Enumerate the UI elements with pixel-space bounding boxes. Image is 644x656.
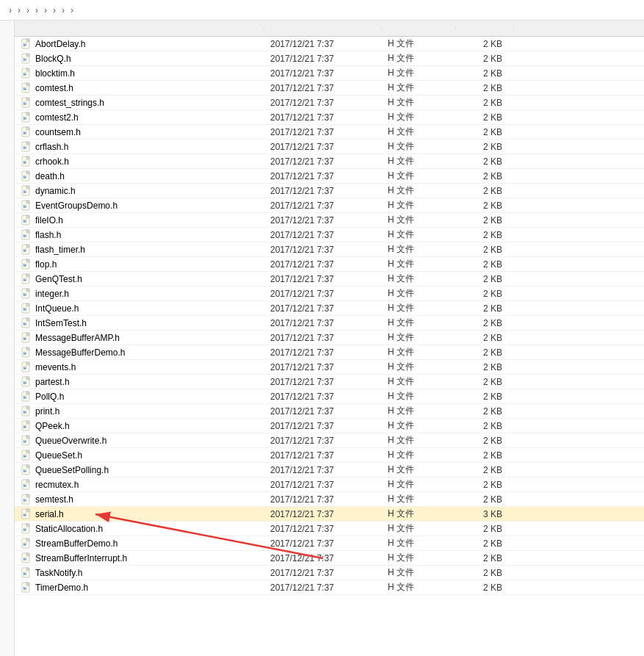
cell-name: H IntSemTest.h — [15, 317, 264, 329]
table-row[interactable]: H recmutex.h 2017/12/21 7:37 H 文件 2 KB — [15, 477, 644, 492]
table-row[interactable]: H semtest.h 2017/12/21 7:37 H 文件 2 KB — [15, 492, 644, 507]
table-row[interactable]: H BlockQ.h 2017/12/21 7:37 H 文件 2 KB — [15, 51, 644, 66]
table-row[interactable]: H GenQTest.h 2017/12/21 7:37 H 文件 2 KB — [15, 272, 644, 286]
cell-size: 2 KB — [455, 538, 514, 549]
table-row[interactable]: H StreamBufferDemo.h 2017/12/21 7:37 H 文… — [15, 536, 644, 551]
table-row[interactable]: H fileIO.h 2017/12/21 7:37 H 文件 2 KB — [15, 213, 644, 228]
table-row[interactable]: H IntQueue.h 2017/12/21 7:37 H 文件 2 KB — [15, 301, 644, 316]
cell-name: H integer.h — [15, 288, 264, 300]
cell-type: H 文件 — [382, 96, 455, 109]
cell-name: H flash_timer.h — [15, 244, 264, 256]
col-header-name[interactable] — [15, 27, 264, 30]
h-file-icon: H — [21, 112, 32, 123]
table-row[interactable]: H crhook.h 2017/12/21 7:37 H 文件 2 KB — [15, 154, 644, 169]
table-row[interactable]: H MessageBufferDemo.h 2017/12/21 7:37 H … — [15, 345, 644, 360]
table-row[interactable]: H crflash.h 2017/12/21 7:37 H 文件 2 KB — [15, 140, 644, 154]
table-row[interactable]: H comtest2.h 2017/12/21 7:37 H 文件 2 KB — [15, 110, 644, 125]
cell-name: H print.h — [15, 406, 264, 417]
svg-text:H: H — [23, 439, 26, 444]
h-file-icon: H — [21, 215, 32, 226]
table-row[interactable]: H countsem.h 2017/12/21 7:37 H 文件 2 KB — [15, 125, 644, 140]
svg-text:H: H — [23, 498, 26, 502]
table-row[interactable]: H MessageBufferAMP.h 2017/12/21 7:37 H 文… — [15, 331, 644, 345]
h-file-icon: H — [21, 479, 32, 491]
cell-name: H flash.h — [15, 229, 264, 241]
table-row[interactable]: H TaskNotify.h 2017/12/21 7:37 H 文件 2 KB — [15, 566, 644, 580]
file-name: QPeek.h — [35, 421, 70, 431]
cell-name: H crhook.h — [15, 156, 264, 167]
table-row[interactable]: H IntSemTest.h 2017/12/21 7:37 H 文件 2 KB — [15, 316, 644, 331]
table-row[interactable]: H AbortDelay.h 2017/12/21 7:37 H 文件 2 KB — [15, 37, 644, 51]
table-row[interactable]: H print.h 2017/12/21 7:37 H 文件 2 KB — [15, 404, 644, 419]
col-header-date[interactable] — [264, 27, 382, 30]
col-header-type[interactable] — [382, 27, 455, 30]
svg-text:H: H — [23, 469, 26, 473]
cell-name: H recmutex.h — [15, 479, 264, 491]
file-name: partest.h — [35, 377, 70, 387]
table-row[interactable]: H flop.h 2017/12/21 7:37 H 文件 2 KB — [15, 257, 644, 272]
file-name: TaskNotify.h — [35, 568, 82, 578]
cell-size: 2 KB — [455, 274, 514, 284]
file-name: countsem.h — [35, 127, 81, 137]
cell-type: H 文件 — [382, 419, 455, 432]
cell-size: 2 KB — [455, 377, 514, 387]
table-row[interactable]: H partest.h 2017/12/21 7:37 H 文件 2 KB — [15, 375, 644, 389]
svg-text:H: H — [23, 175, 26, 179]
table-row[interactable]: H mevents.h 2017/12/21 7:37 H 文件 2 KB — [15, 360, 644, 375]
table-row[interactable]: H integer.h 2017/12/21 7:37 H 文件 2 KB — [15, 286, 644, 301]
table-row[interactable]: H serial.h 2017/12/21 7:37 H 文件 3 KB — [15, 507, 644, 522]
svg-text:H: H — [23, 160, 26, 165]
cell-name: H blocktim.h — [15, 68, 264, 79]
svg-text:H: H — [23, 87, 26, 91]
table-row[interactable]: H QueueOverwrite.h 2017/12/21 7:37 H 文件 … — [15, 433, 644, 448]
cell-name: H flop.h — [15, 259, 264, 270]
addressbar[interactable]: › › › › › › › › — [0, 0, 644, 21]
table-row[interactable]: H comtest.h 2017/12/21 7:37 H 文件 2 KB — [15, 81, 644, 95]
cell-size: 2 KB — [455, 127, 514, 137]
svg-text:H: H — [23, 145, 26, 150]
cell-date: 2017/12/21 7:37 — [264, 112, 382, 123]
cell-name: H serial.h — [15, 508, 264, 520]
table-row[interactable]: H StreamBufferInterrupt.h 2017/12/21 7:3… — [15, 551, 644, 566]
svg-text:H: H — [23, 263, 26, 267]
cell-date: 2017/12/21 7:37 — [264, 142, 382, 152]
cell-date: 2017/12/21 7:37 — [264, 39, 382, 49]
table-row[interactable]: H PollQ.h 2017/12/21 7:37 H 文件 2 KB — [15, 389, 644, 404]
table-row[interactable]: H EventGroupsDemo.h 2017/12/21 7:37 H 文件… — [15, 198, 644, 213]
table-row[interactable]: H QPeek.h 2017/12/21 7:37 H 文件 2 KB — [15, 419, 644, 433]
cell-date: 2017/12/21 7:37 — [264, 303, 382, 314]
cell-type: H 文件 — [382, 375, 455, 388]
table-row[interactable]: H QueueSetPolling.h 2017/12/21 7:37 H 文件… — [15, 463, 644, 477]
h-file-icon: H — [21, 391, 32, 403]
table-row[interactable]: H StaticAllocation.h 2017/12/21 7:37 H 文… — [15, 522, 644, 536]
col-header-size[interactable] — [455, 27, 514, 30]
cell-type: H 文件 — [382, 508, 455, 520]
table-row[interactable]: H dynamic.h 2017/12/21 7:37 H 文件 2 KB — [15, 184, 644, 198]
table-row[interactable]: H QueueSet.h 2017/12/21 7:37 H 文件 2 KB — [15, 448, 644, 463]
table-row[interactable]: H death.h 2017/12/21 7:37 H 文件 2 KB — [15, 169, 644, 184]
cell-name: H QueueSet.h — [15, 450, 264, 461]
table-row[interactable]: H TimerDemo.h 2017/12/21 7:37 H 文件 2 KB — [15, 580, 644, 595]
cell-type: H 文件 — [382, 155, 455, 167]
cell-name: H death.h — [15, 170, 264, 182]
cell-date: 2017/12/21 7:37 — [264, 215, 382, 226]
table-row[interactable]: H comtest_strings.h 2017/12/21 7:37 H 文件… — [15, 95, 644, 110]
cell-name: H mevents.h — [15, 361, 264, 373]
file-name: recmutex.h — [35, 480, 79, 490]
cell-name: H countsem.h — [15, 126, 264, 138]
svg-text:H: H — [23, 43, 26, 47]
cell-date: 2017/12/21 7:37 — [264, 465, 382, 475]
cell-name: H AbortDelay.h — [15, 38, 264, 50]
h-file-icon: H — [21, 303, 32, 314]
svg-text:H: H — [23, 292, 26, 297]
table-row[interactable]: H flash.h 2017/12/21 7:37 H 文件 2 KB — [15, 228, 644, 242]
file-name: serial.h — [35, 509, 64, 519]
table-row[interactable]: H blocktim.h 2017/12/21 7:37 H 文件 2 KB — [15, 66, 644, 81]
cell-date: 2017/12/21 7:37 — [264, 524, 382, 534]
side-icon-1[interactable] — [4, 65, 10, 128]
h-file-icon: H — [21, 376, 32, 388]
cell-date: 2017/12/21 7:37 — [264, 230, 382, 240]
svg-text:H: H — [23, 513, 26, 517]
file-name: blocktim.h — [35, 68, 75, 79]
table-row[interactable]: H flash_timer.h 2017/12/21 7:37 H 文件 2 K… — [15, 242, 644, 257]
